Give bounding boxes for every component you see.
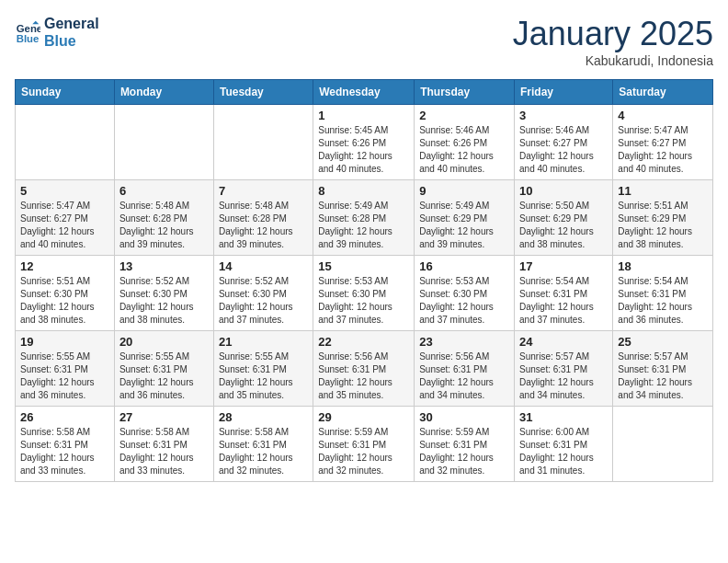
day-number: 10 xyxy=(519,184,608,198)
calendar-cell xyxy=(16,105,115,180)
calendar-cell: 28Sunrise: 5:58 AMSunset: 6:31 PMDayligh… xyxy=(213,407,313,482)
day-number: 1 xyxy=(318,109,409,122)
calendar-cell: 9Sunrise: 5:49 AMSunset: 6:29 PMDaylight… xyxy=(415,180,515,256)
weekday-header-saturday: Saturday xyxy=(613,80,713,105)
day-info: Sunrise: 5:54 AMSunset: 6:31 PMDaylight:… xyxy=(519,275,608,327)
day-info: Sunrise: 5:55 AMSunset: 6:31 PMDaylight:… xyxy=(119,350,209,402)
calendar-cell: 11Sunrise: 5:51 AMSunset: 6:29 PMDayligh… xyxy=(613,180,713,256)
day-info: Sunrise: 5:59 AMSunset: 6:31 PMDaylight:… xyxy=(419,426,509,477)
calendar-cell: 4Sunrise: 5:47 AMSunset: 6:27 PMDaylight… xyxy=(613,105,713,180)
calendar-week-row: 5Sunrise: 5:47 AMSunset: 6:27 PMDaylight… xyxy=(16,180,713,256)
calendar-week-row: 19Sunrise: 5:55 AMSunset: 6:31 PMDayligh… xyxy=(16,331,713,407)
logo-blue: Blue xyxy=(44,32,99,50)
day-number: 11 xyxy=(618,184,708,198)
day-number: 19 xyxy=(20,335,109,349)
calendar-cell xyxy=(613,407,713,482)
calendar-cell: 30Sunrise: 5:59 AMSunset: 6:31 PMDayligh… xyxy=(415,407,515,482)
day-info: Sunrise: 5:55 AMSunset: 6:31 PMDaylight:… xyxy=(20,350,109,402)
day-info: Sunrise: 5:46 AMSunset: 6:27 PMDaylight:… xyxy=(519,124,608,176)
day-number: 16 xyxy=(419,259,509,273)
calendar-cell: 24Sunrise: 5:57 AMSunset: 6:31 PMDayligh… xyxy=(515,331,613,407)
weekday-header-tuesday: Tuesday xyxy=(213,80,313,105)
day-number: 9 xyxy=(419,184,509,198)
day-info: Sunrise: 5:53 AMSunset: 6:30 PMDaylight:… xyxy=(318,275,409,327)
svg-text:Blue: Blue xyxy=(17,33,40,44)
day-info: Sunrise: 5:48 AMSunset: 6:28 PMDaylight:… xyxy=(219,200,308,251)
weekday-header-monday: Monday xyxy=(114,80,213,105)
day-info: Sunrise: 5:51 AMSunset: 6:30 PMDaylight:… xyxy=(20,275,109,327)
day-number: 28 xyxy=(219,410,308,424)
day-number: 12 xyxy=(20,259,109,273)
day-number: 7 xyxy=(219,184,308,198)
logo-general: General xyxy=(44,15,99,32)
day-number: 14 xyxy=(219,259,308,273)
calendar-cell: 20Sunrise: 5:55 AMSunset: 6:31 PMDayligh… xyxy=(114,331,213,407)
day-number: 29 xyxy=(318,410,409,424)
calendar-cell: 8Sunrise: 5:49 AMSunset: 6:28 PMDaylight… xyxy=(313,180,415,256)
day-number: 4 xyxy=(618,109,708,122)
month-title: January 2025 xyxy=(513,15,713,53)
calendar-cell: 18Sunrise: 5:54 AMSunset: 6:31 PMDayligh… xyxy=(613,256,713,331)
calendar-cell: 22Sunrise: 5:56 AMSunset: 6:31 PMDayligh… xyxy=(313,331,415,407)
calendar-cell: 1Sunrise: 5:45 AMSunset: 6:26 PMDaylight… xyxy=(313,105,415,180)
day-number: 21 xyxy=(219,335,308,349)
calendar-week-row: 12Sunrise: 5:51 AMSunset: 6:30 PMDayligh… xyxy=(16,256,713,331)
title-block: January 2025 Kabukarudi, Indonesia xyxy=(513,15,713,68)
day-number: 5 xyxy=(20,184,109,198)
day-info: Sunrise: 5:47 AMSunset: 6:27 PMDaylight:… xyxy=(20,200,109,251)
day-info: Sunrise: 5:58 AMSunset: 6:31 PMDaylight:… xyxy=(219,426,308,477)
weekday-header-friday: Friday xyxy=(515,80,613,105)
calendar-cell: 16Sunrise: 5:53 AMSunset: 6:30 PMDayligh… xyxy=(415,256,515,331)
calendar-cell: 29Sunrise: 5:59 AMSunset: 6:31 PMDayligh… xyxy=(313,407,415,482)
day-number: 18 xyxy=(618,259,708,273)
calendar-cell: 26Sunrise: 5:58 AMSunset: 6:31 PMDayligh… xyxy=(16,407,115,482)
day-number: 27 xyxy=(119,410,209,424)
day-number: 24 xyxy=(519,335,608,349)
calendar-cell: 14Sunrise: 5:52 AMSunset: 6:30 PMDayligh… xyxy=(213,256,313,331)
day-info: Sunrise: 5:52 AMSunset: 6:30 PMDaylight:… xyxy=(219,275,308,327)
calendar-cell: 6Sunrise: 5:48 AMSunset: 6:28 PMDaylight… xyxy=(114,180,213,256)
day-info: Sunrise: 5:58 AMSunset: 6:31 PMDaylight:… xyxy=(20,426,109,477)
calendar-cell: 27Sunrise: 5:58 AMSunset: 6:31 PMDayligh… xyxy=(114,407,213,482)
location-subtitle: Kabukarudi, Indonesia xyxy=(513,53,713,68)
day-number: 8 xyxy=(318,184,409,198)
calendar-week-row: 26Sunrise: 5:58 AMSunset: 6:31 PMDayligh… xyxy=(16,407,713,482)
calendar-body: 1Sunrise: 5:45 AMSunset: 6:26 PMDaylight… xyxy=(16,105,713,482)
calendar-cell: 21Sunrise: 5:55 AMSunset: 6:31 PMDayligh… xyxy=(213,331,313,407)
day-info: Sunrise: 5:56 AMSunset: 6:31 PMDaylight:… xyxy=(318,350,409,402)
day-number: 3 xyxy=(519,109,608,122)
day-number: 17 xyxy=(519,259,608,273)
day-info: Sunrise: 5:49 AMSunset: 6:29 PMDaylight:… xyxy=(419,200,509,251)
day-info: Sunrise: 5:48 AMSunset: 6:28 PMDaylight:… xyxy=(119,200,209,251)
calendar-cell: 23Sunrise: 5:56 AMSunset: 6:31 PMDayligh… xyxy=(415,331,515,407)
weekday-header-thursday: Thursday xyxy=(415,80,515,105)
calendar-cell: 2Sunrise: 5:46 AMSunset: 6:26 PMDaylight… xyxy=(415,105,515,180)
day-info: Sunrise: 5:54 AMSunset: 6:31 PMDaylight:… xyxy=(618,275,708,327)
calendar-cell: 17Sunrise: 5:54 AMSunset: 6:31 PMDayligh… xyxy=(515,256,613,331)
day-info: Sunrise: 5:50 AMSunset: 6:29 PMDaylight:… xyxy=(519,200,608,251)
day-info: Sunrise: 5:53 AMSunset: 6:30 PMDaylight:… xyxy=(419,275,509,327)
calendar-cell: 31Sunrise: 6:00 AMSunset: 6:31 PMDayligh… xyxy=(515,407,613,482)
day-number: 6 xyxy=(119,184,209,198)
day-info: Sunrise: 5:52 AMSunset: 6:30 PMDaylight:… xyxy=(119,275,209,327)
day-info: Sunrise: 5:57 AMSunset: 6:31 PMDaylight:… xyxy=(519,350,608,402)
day-info: Sunrise: 6:00 AMSunset: 6:31 PMDaylight:… xyxy=(519,426,608,477)
day-info: Sunrise: 5:58 AMSunset: 6:31 PMDaylight:… xyxy=(119,426,209,477)
day-info: Sunrise: 5:49 AMSunset: 6:28 PMDaylight:… xyxy=(318,200,409,251)
calendar-cell xyxy=(114,105,213,180)
calendar-header-row: SundayMondayTuesdayWednesdayThursdayFrid… xyxy=(16,80,713,105)
calendar-cell: 25Sunrise: 5:57 AMSunset: 6:31 PMDayligh… xyxy=(613,331,713,407)
calendar-cell: 10Sunrise: 5:50 AMSunset: 6:29 PMDayligh… xyxy=(515,180,613,256)
calendar-table: SundayMondayTuesdayWednesdayThursdayFrid… xyxy=(15,79,713,482)
day-info: Sunrise: 5:46 AMSunset: 6:26 PMDaylight:… xyxy=(419,124,509,176)
day-number: 23 xyxy=(419,335,509,349)
logo: General Blue General Blue xyxy=(15,15,99,50)
calendar-cell xyxy=(213,105,313,180)
calendar-cell: 19Sunrise: 5:55 AMSunset: 6:31 PMDayligh… xyxy=(16,331,115,407)
weekday-header-wednesday: Wednesday xyxy=(313,80,415,105)
day-info: Sunrise: 5:59 AMSunset: 6:31 PMDaylight:… xyxy=(318,426,409,477)
day-number: 20 xyxy=(119,335,209,349)
calendar-cell: 13Sunrise: 5:52 AMSunset: 6:30 PMDayligh… xyxy=(114,256,213,331)
calendar-week-row: 1Sunrise: 5:45 AMSunset: 6:26 PMDaylight… xyxy=(16,105,713,180)
day-info: Sunrise: 5:55 AMSunset: 6:31 PMDaylight:… xyxy=(219,350,308,402)
